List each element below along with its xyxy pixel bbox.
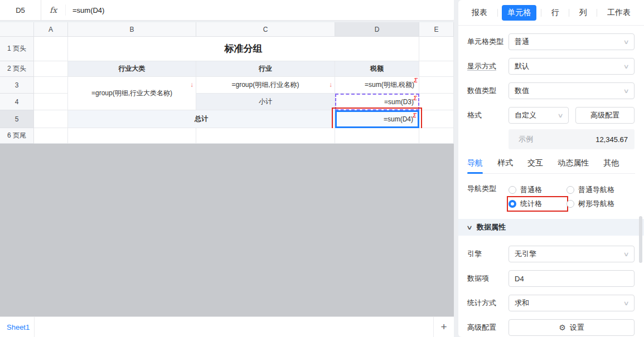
subtab-dynamic-props[interactable]: 动态属性: [558, 158, 589, 168]
radio-tree-nav-cell[interactable]: 树形导航格: [566, 198, 614, 210]
cell-c4[interactable]: 小计: [196, 94, 335, 110]
col-header-e[interactable]: E: [419, 22, 454, 37]
row-header-6[interactable]: 6 页尾: [0, 128, 34, 144]
row-header-1[interactable]: 1 页头: [0, 37, 34, 61]
cell-a3[interactable]: [34, 77, 68, 94]
cell-b6[interactable]: [68, 128, 196, 144]
panel-tab-bar: 报表 单元格 行 列 工作表: [458, 0, 644, 26]
radio-label: 普通格: [520, 185, 542, 195]
cell-type-select[interactable]: 普通 ∨: [509, 33, 635, 50]
sum-sigma-icon: Σ: [414, 95, 418, 101]
tab-column[interactable]: 列: [574, 5, 593, 21]
stat-method-value: 求和: [515, 298, 529, 308]
cell-c6[interactable]: [196, 128, 335, 144]
radio-stat-cell-selected[interactable]: 统计格: [509, 198, 566, 210]
cell-e6[interactable]: [419, 128, 454, 144]
cell-d6[interactable]: [335, 128, 419, 144]
tab-separator: [569, 9, 569, 17]
design-canvas-background: [0, 144, 454, 316]
cell-c3[interactable]: =group(明细,行业名称) ↓: [196, 77, 335, 94]
cell-a4[interactable]: [34, 94, 68, 110]
subtab-other[interactable]: 其他: [603, 158, 619, 168]
cell-c2[interactable]: 行业: [196, 61, 335, 77]
row-header-2[interactable]: 2 页头: [0, 61, 34, 77]
col-header-b[interactable]: B: [68, 22, 196, 37]
data-props-section-header[interactable]: ∨ 数据属性: [458, 219, 644, 236]
row-header-4[interactable]: 4: [0, 94, 34, 110]
panel-scrollbar[interactable]: [639, 216, 642, 263]
cell-b3-merged[interactable]: =group(明细,行业大类名称) ↓: [68, 77, 196, 110]
col-header-d[interactable]: D: [335, 22, 419, 37]
cell-a2[interactable]: [34, 61, 68, 77]
add-sheet-button[interactable]: +: [434, 317, 454, 337]
tab-report[interactable]: 报表: [466, 5, 493, 21]
subtab-navigation[interactable]: 导航: [467, 158, 483, 168]
data-item-value: D4: [515, 275, 524, 283]
engine-select[interactable]: 无引擎 ∨: [509, 246, 635, 262]
radio-icon: [566, 200, 574, 208]
row-header-5[interactable]: 5: [0, 110, 34, 128]
row-header-3[interactable]: 3: [0, 77, 34, 94]
sum-sigma-icon: Σ: [413, 113, 417, 119]
cell-b2[interactable]: 行业大类: [68, 61, 196, 77]
subtab-style[interactable]: 样式: [497, 158, 513, 168]
cell-b5-merged[interactable]: 总计: [68, 110, 335, 128]
subtab-interaction[interactable]: 交互: [527, 158, 543, 168]
cell-a5[interactable]: [34, 110, 68, 128]
fx-icon: fx: [41, 4, 66, 16]
cell-d5-selected[interactable]: =sum(D4) Σ: [335, 110, 419, 128]
cell-d3[interactable]: =sum(明细,税额) Σ: [335, 77, 419, 94]
cell-e5[interactable]: [419, 110, 454, 128]
corner-header[interactable]: [0, 22, 34, 37]
number-type-select[interactable]: 数值 ∨: [509, 82, 635, 99]
cell-b3-formula: =group(明细,行业大类名称): [91, 89, 172, 98]
tab-row[interactable]: 行: [546, 5, 565, 21]
format-advanced-config-button[interactable]: 高级配置: [575, 107, 635, 124]
advanced-settings-button[interactable]: ⚙ 设置: [509, 319, 635, 336]
tab-worksheet[interactable]: 工作表: [602, 5, 636, 21]
nav-type-row: 导航类型 普通格 普通导航格 统计格 树形导航格: [467, 184, 635, 210]
sum-sigma-icon: Σ: [414, 77, 418, 84]
cell-e1[interactable]: [419, 37, 454, 61]
sheet-tab-sheet1[interactable]: Sheet1: [0, 317, 35, 337]
cell-a1[interactable]: [34, 37, 68, 61]
chevron-down-icon: ∨: [623, 300, 629, 307]
format-sample-box: 示例 12,345.67: [509, 129, 635, 149]
cell-reference-box[interactable]: D5: [0, 0, 41, 20]
format-select[interactable]: 自定义 ∨: [509, 107, 569, 124]
engine-label: 引擎: [467, 249, 509, 259]
stat-method-label: 统计方式: [467, 298, 509, 308]
sheet-tab-strip: [35, 317, 434, 337]
cell-e3[interactable]: [419, 77, 454, 94]
cell-a6[interactable]: [34, 128, 68, 144]
cell-d4[interactable]: =sum(D3) Σ: [335, 94, 419, 110]
display-mode-row: 显示方式 默认 ∨: [467, 58, 635, 75]
cell-type-row: 单元格类型 普通 ∨: [467, 33, 635, 50]
tab-cell[interactable]: 单元格: [502, 5, 536, 21]
radio-normal-cell[interactable]: 普通格: [509, 184, 566, 196]
group-direction-arrow-icon: ↓: [190, 81, 193, 88]
advanced-config-label: 高级配置: [467, 323, 509, 333]
col-header-a[interactable]: A: [34, 22, 68, 37]
cell-title-b1d1[interactable]: 标准分组: [68, 37, 419, 61]
col-header-c[interactable]: C: [196, 22, 335, 37]
engine-row: 引擎 无引擎 ∨: [467, 246, 635, 262]
chevron-down-icon: ∨: [623, 251, 629, 258]
data-item-input[interactable]: D4: [509, 270, 635, 287]
advanced-config-row: 高级配置 ⚙ 设置: [467, 319, 635, 336]
cell-e4[interactable]: [419, 94, 454, 110]
display-mode-label: 显示方式: [467, 61, 509, 71]
radio-selected-icon: [509, 200, 516, 208]
cell-d3-formula: =sum(明细,税额): [365, 80, 414, 90]
stat-method-select[interactable]: 求和 ∨: [509, 295, 635, 311]
cell-d2[interactable]: 税额: [335, 61, 419, 77]
radio-normal-nav-cell[interactable]: 普通导航格: [566, 184, 614, 196]
formula-input[interactable]: =sum(D4): [66, 6, 104, 14]
formula-bar: D5 fx =sum(D4): [0, 0, 454, 21]
stat-method-row: 统计方式 求和 ∨: [467, 295, 635, 311]
sample-value: 12,345.67: [595, 135, 628, 144]
data-item-label: 数据项: [467, 273, 509, 284]
cell-e2[interactable]: [419, 61, 454, 77]
display-mode-select[interactable]: 默认 ∨: [509, 58, 635, 75]
format-row: 格式 自定义 ∨ 高级配置: [467, 107, 635, 124]
